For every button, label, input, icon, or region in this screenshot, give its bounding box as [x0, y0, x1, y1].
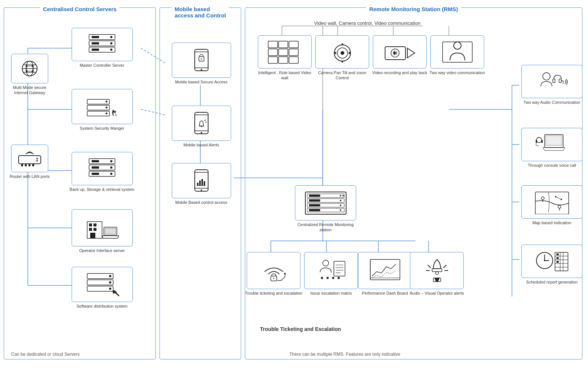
svg-point-100 — [201, 58, 202, 59]
svg-rect-122 — [289, 49, 298, 56]
svg-line-94 — [115, 292, 119, 296]
svg-line-183 — [556, 197, 561, 199]
svg-point-76 — [110, 173, 112, 175]
backup-storage-node: Back up, Storage & retrieval system — [69, 152, 135, 192]
mobile-control-label: Mobile Based control access — [175, 200, 227, 205]
scheduled-report-label: Scheduled report generation — [526, 279, 578, 285]
svg-marker-132 — [407, 48, 415, 58]
issue-escalation-node: Issue escalation matrix — [302, 252, 360, 296]
software-dist-label: Software distribution system — [76, 304, 128, 309]
svg-rect-50 — [21, 164, 23, 166]
svg-rect-51 — [25, 164, 27, 166]
section-right-title: Remote Monitoring Station (RMS) — [366, 6, 461, 12]
security-manager-label: System Security Manger — [80, 126, 124, 131]
svg-rect-78 — [92, 166, 99, 169]
svg-rect-170 — [559, 79, 561, 83]
svg-point-143 — [340, 200, 341, 201]
svg-rect-82 — [93, 223, 96, 226]
console-voice-node: Through console voice call — [519, 128, 584, 168]
svg-rect-81 — [89, 223, 92, 226]
two-way-audio-label: Two way Audio Communication — [523, 100, 580, 105]
svg-point-128 — [341, 51, 344, 55]
map-indication-node: Map based Indication — [519, 185, 584, 225]
svg-point-159 — [326, 277, 329, 279]
svg-rect-114 — [201, 179, 203, 186]
svg-rect-119 — [289, 41, 298, 48]
svg-rect-196 — [556, 257, 559, 259]
svg-point-158 — [321, 277, 323, 279]
svg-point-180 — [558, 205, 561, 208]
svg-rect-146 — [309, 195, 320, 197]
operator-interface-label: Operator Interface server — [79, 248, 125, 253]
svg-rect-84 — [93, 228, 96, 231]
svg-point-187 — [544, 260, 545, 261]
svg-rect-118 — [279, 41, 288, 48]
mobile-control-node: Mobile Based control access — [169, 163, 234, 205]
svg-point-104 — [201, 132, 202, 133]
svg-rect-165 — [432, 269, 442, 272]
video-wall-node: Intelligent , Rule based Video wall — [256, 35, 313, 81]
svg-point-75 — [110, 166, 112, 169]
svg-rect-112 — [197, 183, 198, 186]
right-footer: There can be multiple RMS. Features are … — [289, 352, 400, 357]
svg-rect-83 — [89, 228, 92, 231]
svg-point-61 — [110, 49, 112, 51]
svg-point-145 — [340, 209, 341, 211]
svg-rect-124 — [279, 57, 288, 63]
svg-point-93 — [109, 288, 111, 290]
section-left-title: Centralised Control Servers — [40, 6, 119, 12]
internet-gateway-node: Multi Mode secure Internet Gateway — [7, 54, 52, 96]
mobile-secure-label: Mobile based Secure Access — [175, 79, 227, 84]
internet-gateway-label: Multi Mode secure Internet Gateway — [7, 85, 52, 96]
audio-visual-node: Audio – Visual Operator alerts — [408, 252, 466, 296]
svg-point-179 — [541, 197, 544, 200]
svg-rect-125 — [289, 57, 298, 63]
camera-pan-node: Camera Pan Tilt and zoom Control — [313, 35, 371, 81]
svg-point-142 — [342, 195, 344, 196]
svg-rect-62 — [92, 36, 99, 38]
svg-point-68 — [106, 100, 108, 102]
scheduled-report-node: Scheduled report generation — [519, 245, 584, 285]
console-voice-label: Through console voice call — [528, 163, 576, 168]
svg-point-151 — [273, 278, 274, 279]
svg-rect-117 — [268, 41, 277, 48]
svg-rect-113 — [199, 180, 201, 186]
svg-line-106 — [204, 120, 206, 121]
svg-point-111 — [201, 189, 202, 191]
svg-point-60 — [110, 42, 112, 44]
svg-point-69 — [106, 106, 108, 108]
trouble-ticket-subtitle: Trouble Ticketing and Escalation — [249, 326, 352, 332]
router-node: Router with LAN ports — [7, 145, 52, 179]
left-footer: Can be dedicated or cloud Servers — [11, 352, 80, 357]
svg-rect-177 — [541, 140, 543, 143]
performance-dash-label: Performance Dash Board — [362, 291, 408, 296]
trouble-ticket-node: Trouble ticketing and escalation — [245, 252, 302, 296]
video-wall-subtitle: Video wall, Camera control, Video commun… — [260, 20, 475, 26]
mobile-alerts-label: Mobile based Alerts — [184, 142, 219, 147]
svg-point-98 — [201, 69, 202, 70]
master-controller-node: Master Controller Server — [69, 28, 135, 68]
svg-point-92 — [109, 281, 111, 284]
camera-pan-label: Camera Pan Tilt and zoom Control — [313, 70, 371, 81]
svg-point-152 — [323, 260, 329, 266]
software-dist-node: Software distribution system — [69, 267, 135, 309]
svg-rect-153 — [334, 261, 345, 276]
svg-rect-123 — [268, 57, 277, 63]
svg-point-59 — [110, 36, 112, 38]
svg-rect-63 — [92, 42, 99, 44]
audio-visual-label: Audio – Visual Operator alerts — [410, 291, 464, 296]
svg-rect-52 — [29, 164, 30, 166]
operator-interface-node: Operator Interface server — [69, 209, 135, 253]
centralized-rms-node: Centralized Remote Monitoring station — [293, 185, 358, 233]
two-way-video-node: Two way video communication — [428, 35, 486, 75]
svg-point-70 — [106, 112, 108, 114]
security-manager-node: System Security Manger — [69, 89, 135, 131]
svg-point-144 — [340, 205, 341, 206]
svg-rect-195 — [556, 253, 559, 255]
svg-rect-79 — [92, 173, 99, 175]
svg-point-160 — [332, 277, 334, 279]
svg-rect-149 — [309, 209, 320, 211]
svg-rect-197 — [556, 261, 559, 263]
video-recording-node: Video recording and play back — [371, 35, 428, 75]
master-controller-label: Master Controller Server — [80, 63, 124, 68]
